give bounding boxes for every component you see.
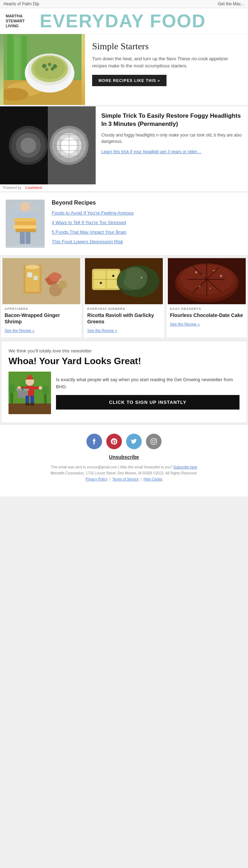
svg-point-78 <box>199 286 200 287</box>
recipe-card-2: EVERYDAY DINNERS Ricotta Ravioli with Ga… <box>84 258 164 338</box>
svg-point-11 <box>42 64 46 68</box>
svg-point-86 <box>42 386 49 394</box>
newsletter-body: Is exactly what people will say when you… <box>56 376 239 390</box>
beyond-recipes-content: Beyond Recipes Foods to Avoid If You're … <box>52 200 134 248</box>
headlights-link[interactable]: Learn this trick if your headligh are 3 … <box>101 149 201 154</box>
svg-rect-42 <box>13 225 36 229</box>
svg-point-62 <box>141 277 142 278</box>
newsletter-promo-text: Is exactly what people will say when you… <box>56 376 239 410</box>
svg-point-49 <box>26 265 40 269</box>
newsletter-promo-image <box>9 372 51 414</box>
recipe-card-3-image <box>167 258 247 304</box>
recipe-card-1-body: APPETIZERS Bacon-Wrapped Ginger Shrimp S… <box>1 304 81 338</box>
beyond-link-1[interactable]: Foods to Avoid If You're Feeling Anxious <box>52 210 134 216</box>
recipe-card-1-image <box>1 258 81 304</box>
simple-starters-image <box>0 34 85 105</box>
instagram-icon[interactable] <box>146 434 162 449</box>
newsletter-promo-section: We think you'll totally love this newsle… <box>1 341 247 423</box>
top-bar: Hearts of Palm Dip Get the Mac... <box>0 0 248 8</box>
newsletter-heading: Whoa! Your Yard Looks Great! <box>9 356 239 367</box>
simple-starters-content: Simple Starters Turn down the heat, and … <box>85 34 248 105</box>
recipe-card-2-category: EVERYDAY DINNERS <box>87 307 160 311</box>
svg-point-77 <box>220 275 222 277</box>
simple-starters-body: Turn down the heat, and turn up the flav… <box>92 55 241 69</box>
svg-rect-43 <box>16 229 36 232</box>
svg-point-104 <box>152 440 155 443</box>
newsletter-promo-inner: Is exactly what people will say when you… <box>9 372 239 414</box>
svg-point-14 <box>45 68 48 71</box>
privacy-link[interactable]: Privacy Policy <box>85 477 107 481</box>
svg-rect-50 <box>27 272 32 277</box>
recipe-card-3-body: EASY DESSERTS Flourless Chocolate-Date C… <box>167 304 247 331</box>
svg-rect-99 <box>26 396 29 404</box>
liveintent-logo: LiveIntent <box>26 186 42 190</box>
svg-point-75 <box>195 271 197 273</box>
svg-rect-41 <box>15 222 36 225</box>
svg-point-105 <box>155 439 156 440</box>
recipe-card-3: EASY DESSERTS Flourless Chocolate-Date C… <box>167 258 247 338</box>
svg-point-61 <box>100 282 102 284</box>
beyond-link-3[interactable]: 5 Foods That May Impact Your Brain <box>52 229 126 235</box>
list-item: 4 Ways to Tell If You're Too Stressed <box>52 219 134 226</box>
svg-point-53 <box>58 280 67 289</box>
svg-point-98 <box>20 380 26 386</box>
recipe-card-2-link: See the Recipe » <box>87 327 160 333</box>
svg-rect-102 <box>30 403 34 406</box>
recipe-card-3-title: Flourless Chocolate-Date Cake <box>170 312 243 318</box>
top-bar-left-link[interactable]: Hearts of Palm Dip <box>4 1 39 6</box>
recipe-card-1-category: APPETIZERS <box>5 307 78 311</box>
svg-point-60 <box>112 275 114 277</box>
footer-social: Unsubscribe This email was sent to xxxxx… <box>0 425 248 496</box>
svg-rect-40 <box>14 218 36 222</box>
recipe-cards-section: APPETIZERS Bacon-Wrapped Ginger Shrimp S… <box>0 257 248 339</box>
help-link[interactable]: Help Center <box>143 477 162 481</box>
svg-rect-39 <box>30 214 38 218</box>
svg-point-94 <box>39 386 42 390</box>
headlights-ad: Simple Trick To Easily Restore Foggy Hea… <box>0 106 248 184</box>
top-bar-right-link[interactable]: Get the Mac... <box>218 1 244 6</box>
powered-by: Powered by LiveIntent <box>0 184 248 191</box>
simple-starters-section: Simple Starters Turn down the heat, and … <box>0 34 248 105</box>
headlights-body: Cloudy and foggy headlights n only make … <box>101 132 242 145</box>
unsubscribe-link[interactable]: Unsubscribe <box>4 454 244 460</box>
terms-link[interactable]: Terms of Service <box>112 477 139 481</box>
newsletter-teaser: We think you'll totally love this newsle… <box>9 348 239 354</box>
list-item: 5 Foods That May Impact Your Brain <box>52 229 134 235</box>
svg-rect-51 <box>34 276 38 280</box>
svg-rect-45 <box>26 232 30 244</box>
svg-rect-44 <box>20 232 25 244</box>
headlights-ad-section: Simple Trick To Easily Restore Foggy Hea… <box>0 106 248 191</box>
subscribe-here-link[interactable]: Subscribe here <box>173 465 197 469</box>
headlights-content: Simple Trick To Easily Restore Foggy Hea… <box>96 106 248 184</box>
twitter-icon[interactable] <box>126 434 142 449</box>
recipe-card-1-link: See the Recipe » <box>5 327 78 333</box>
beyond-link-4[interactable]: This Food Lowers Depression Risk <box>52 239 123 244</box>
header: MARTHA STEWART LIVING EVERYDAY FOOD <box>0 8 248 34</box>
recipe-card-2-body: EVERYDAY DINNERS Ricotta Ravioli with Ga… <box>84 304 164 338</box>
facebook-icon[interactable] <box>86 434 102 449</box>
svg-point-76 <box>213 270 214 271</box>
svg-point-79 <box>209 288 211 289</box>
recipe-card-3-link: See the Recipe » <box>170 321 243 327</box>
svg-rect-89 <box>28 375 32 379</box>
svg-rect-82 <box>9 404 51 414</box>
svg-point-80 <box>202 275 204 277</box>
recipe-card-1: APPETIZERS Bacon-Wrapped Ginger Shrimp S… <box>1 258 81 338</box>
list-item: Foods to Avoid If You're Feeling Anxious <box>52 210 134 216</box>
beyond-link-2[interactable]: 4 Ways to Tell If You're Too Stressed <box>52 220 126 225</box>
svg-point-36 <box>20 202 30 212</box>
beyond-recipes-section: Beyond Recipes Foods to Avoid If You're … <box>0 192 248 255</box>
svg-rect-101 <box>25 403 29 406</box>
recipe-card-2-title: Ricotta Ravioli with Garlicky Greens <box>87 312 160 325</box>
recipe-card-1-title: Bacon-Wrapped Ginger Shrimp <box>5 312 78 325</box>
more-recipes-button[interactable]: MORE RECIPES LIKE THIS » <box>92 75 167 86</box>
magazine-title: EVERYDAY FOOD <box>40 12 206 30</box>
signup-button[interactable]: CLICK TO SIGN UP INSTANTLY <box>56 395 239 410</box>
footer-legal: This email was sent to xxxxxx@gmail.com … <box>4 464 244 482</box>
social-icons <box>4 434 244 449</box>
headlights-heading: Simple Trick To Easily Restore Foggy Hea… <box>101 112 242 128</box>
svg-rect-100 <box>30 396 34 404</box>
pinterest-icon[interactable] <box>106 434 122 449</box>
beyond-recipes-heading: Beyond Recipes <box>52 200 134 206</box>
recipe-card-3-category: EASY DESSERTS <box>170 307 243 311</box>
